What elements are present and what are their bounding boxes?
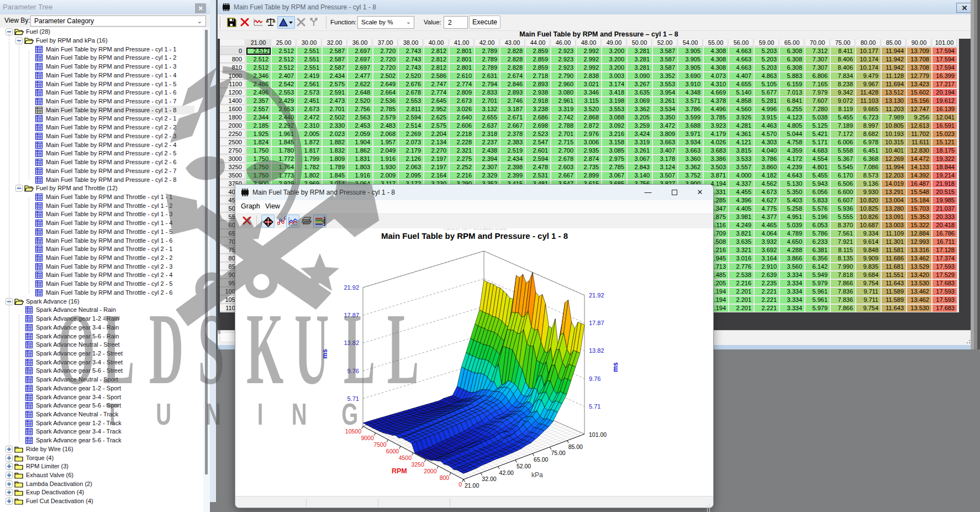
svg-text:32.00: 32.00 bbox=[482, 476, 496, 482]
svg-text:17.87: 17.87 bbox=[589, 320, 604, 326]
svg-text:800: 800 bbox=[440, 474, 450, 481]
svg-text:4500: 4500 bbox=[399, 454, 412, 461]
svg-text:13.82: 13.82 bbox=[344, 339, 359, 346]
svg-text:85.00: 85.00 bbox=[568, 443, 583, 450]
svg-text:Main Fuel Table by RPM and Pre: Main Fuel Table by RPM and Pressure - cy… bbox=[381, 231, 568, 241]
svg-text:65.00: 65.00 bbox=[534, 456, 548, 463]
svg-text:10500: 10500 bbox=[345, 428, 361, 435]
svg-text:21.00: 21.00 bbox=[465, 482, 479, 489]
svg-text:5.71: 5.71 bbox=[589, 403, 600, 410]
svg-text:9.76: 9.76 bbox=[589, 375, 600, 382]
svg-text:21.92: 21.92 bbox=[589, 292, 604, 299]
svg-text:101.00: 101.00 bbox=[589, 431, 607, 438]
svg-text:3250: 3250 bbox=[411, 461, 424, 468]
svg-text:9.76: 9.76 bbox=[347, 368, 359, 374]
svg-text:5.71: 5.71 bbox=[347, 395, 359, 402]
svg-text:ms: ms bbox=[321, 349, 329, 359]
svg-text:kPa: kPa bbox=[531, 471, 543, 479]
svg-text:9000: 9000 bbox=[361, 435, 374, 441]
svg-text:52.00: 52.00 bbox=[517, 463, 531, 469]
svg-text:13.82: 13.82 bbox=[589, 347, 604, 354]
svg-text:21.92: 21.92 bbox=[344, 284, 359, 291]
svg-text:7500: 7500 bbox=[373, 441, 387, 448]
svg-text:RPM: RPM bbox=[392, 467, 407, 475]
svg-text:1: 1 bbox=[323, 218, 325, 224]
svg-text:42.00: 42.00 bbox=[499, 469, 514, 476]
svg-text:2000: 2000 bbox=[424, 468, 437, 474]
svg-text:0: 0 bbox=[459, 481, 462, 488]
svg-text:6000: 6000 bbox=[386, 448, 399, 454]
svg-text:75.00: 75.00 bbox=[551, 450, 565, 456]
svg-text:17.87: 17.87 bbox=[344, 312, 359, 318]
svg-text:ms: ms bbox=[612, 362, 619, 372]
